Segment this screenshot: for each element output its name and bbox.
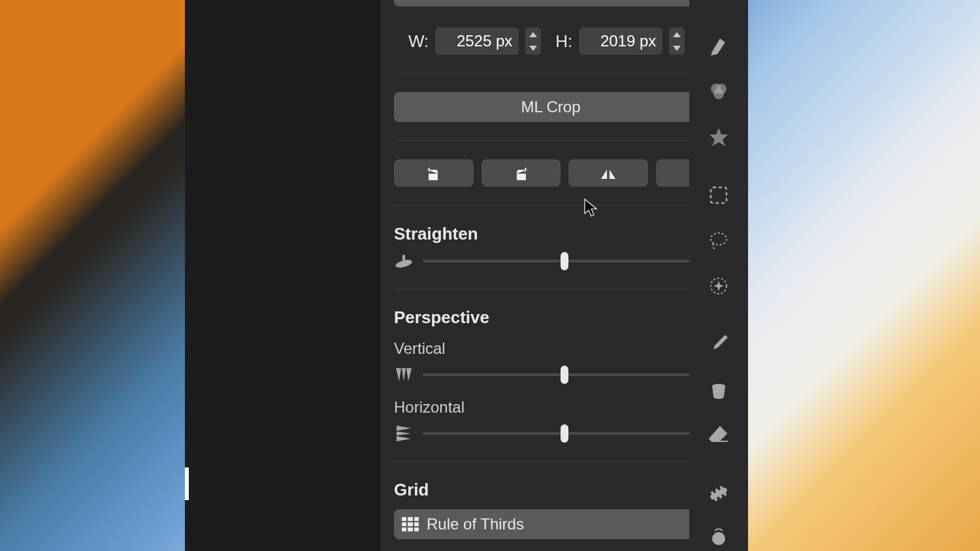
selection-tool-icon[interactable] bbox=[706, 183, 732, 207]
fill-tool-icon[interactable] bbox=[706, 377, 732, 401]
grid-dropdown[interactable]: Rule of Thirds bbox=[394, 509, 735, 539]
svg-point-6 bbox=[713, 89, 724, 99]
perspective-left-narrow-icon bbox=[394, 424, 414, 443]
height-label: H: bbox=[555, 31, 572, 52]
magic-select-tool-icon[interactable] bbox=[706, 274, 732, 298]
perspective-label: Perspective bbox=[394, 307, 489, 328]
vertical-slider-handle[interactable] bbox=[561, 366, 568, 384]
height-stepper-down[interactable] bbox=[669, 41, 685, 55]
size-preset-dropdown[interactable]: Custom Size bbox=[394, 0, 735, 7]
horizontal-label: Horizontal bbox=[394, 398, 465, 417]
perspective-top-narrow-icon bbox=[394, 366, 414, 384]
canvas-area bbox=[185, 0, 381, 551]
straighten-header: Straighten 0° bbox=[394, 224, 735, 244]
vertical-label: Vertical bbox=[394, 339, 446, 358]
straighten-ccw-icon bbox=[394, 252, 414, 270]
straighten-slider-row bbox=[394, 252, 735, 270]
straighten-label: Straighten bbox=[394, 224, 478, 244]
editor-window: Custom Size W: 2525 px H: 2019 px bbox=[185, 0, 748, 551]
divider bbox=[394, 73, 735, 74]
width-input[interactable]: 2525 px bbox=[435, 27, 519, 55]
grid-label: Grid bbox=[394, 480, 429, 500]
flip-horizontal-button[interactable] bbox=[568, 159, 648, 187]
horizontal-slider-handle[interactable] bbox=[561, 424, 568, 443]
clone-tool-icon[interactable] bbox=[706, 527, 732, 551]
vertical-slider-row bbox=[394, 366, 735, 384]
color-tool-icon[interactable] bbox=[706, 79, 732, 103]
ml-crop-row: ML Crop ··· bbox=[394, 92, 735, 122]
height-input[interactable]: 2019 px bbox=[579, 27, 662, 55]
svg-point-15 bbox=[712, 532, 725, 545]
height-stepper[interactable] bbox=[669, 27, 685, 55]
eraser-tool-icon[interactable] bbox=[706, 423, 732, 447]
rotate-left-button[interactable] bbox=[394, 159, 474, 187]
divider bbox=[394, 205, 735, 206]
straighten-slider[interactable] bbox=[423, 260, 706, 262]
lasso-tool-icon[interactable] bbox=[706, 228, 732, 253]
width-label: W: bbox=[408, 31, 429, 52]
rotate-right-button[interactable] bbox=[482, 159, 561, 187]
divider bbox=[394, 289, 735, 289]
transform-buttons-row bbox=[394, 159, 735, 187]
dimensions-row: W: 2525 px H: 2019 px bbox=[408, 27, 735, 55]
horizontal-slider[interactable] bbox=[423, 432, 706, 435]
horizontal-slider-row bbox=[394, 424, 735, 443]
width-stepper-up[interactable] bbox=[525, 27, 541, 41]
perspective-header: Perspective bbox=[394, 307, 735, 328]
grid-selected-text: Rule of Thirds bbox=[427, 515, 524, 533]
height-stepper-up[interactable] bbox=[669, 27, 685, 41]
brush-tool-icon[interactable] bbox=[706, 332, 732, 356]
effects-tool-icon[interactable] bbox=[706, 125, 732, 149]
vertical-header: Vertical 0% bbox=[394, 339, 735, 358]
divider bbox=[394, 140, 735, 141]
svg-point-8 bbox=[711, 233, 727, 245]
width-stepper-down[interactable] bbox=[525, 41, 541, 55]
width-stepper[interactable] bbox=[525, 27, 541, 55]
styles-tool-icon[interactable] bbox=[706, 34, 732, 58]
horizontal-header: Horizontal 0% bbox=[394, 398, 735, 417]
ml-crop-button[interactable]: ML Crop bbox=[394, 92, 708, 122]
vertical-slider[interactable] bbox=[423, 373, 706, 376]
right-toolbar bbox=[689, 0, 748, 551]
grid-icon bbox=[402, 517, 419, 531]
svg-rect-1 bbox=[402, 255, 405, 261]
repair-tool-icon[interactable] bbox=[706, 481, 732, 505]
svg-point-10 bbox=[712, 384, 725, 388]
straighten-slider-handle[interactable] bbox=[561, 252, 568, 270]
preset-label: Custom Size bbox=[406, 0, 495, 1]
divider bbox=[394, 461, 735, 462]
grid-header: Grid bbox=[394, 480, 735, 500]
canvas-edge-marker bbox=[185, 467, 189, 500]
svg-rect-7 bbox=[711, 187, 727, 203]
